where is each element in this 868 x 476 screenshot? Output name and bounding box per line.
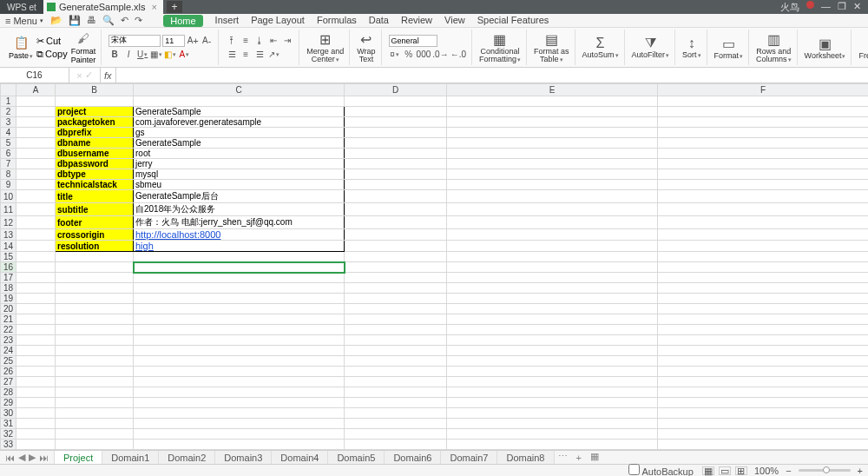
cell[interactable] — [345, 408, 447, 419]
cell[interactable]: GenerateSample后台 — [134, 190, 345, 203]
cell[interactable] — [134, 304, 345, 314]
font-color-button[interactable]: A — [178, 49, 190, 61]
tab-insert[interactable]: Insert — [215, 15, 240, 27]
cell[interactable] — [345, 117, 447, 128]
cell[interactable] — [447, 367, 658, 377]
cell[interactable] — [134, 335, 345, 346]
cell[interactable] — [56, 96, 134, 107]
cell[interactable] — [658, 440, 869, 450]
cell[interactable]: dbpassword — [56, 159, 134, 169]
cell[interactable]: http://localhost:8000 — [134, 229, 345, 241]
cell[interactable] — [16, 367, 56, 377]
cell[interactable] — [56, 314, 134, 325]
row-header[interactable]: 1 — [1, 96, 16, 107]
cell[interactable] — [134, 252, 345, 262]
cell[interactable] — [56, 367, 134, 377]
cell[interactable] — [658, 398, 869, 408]
cell[interactable]: GenerateSample — [134, 107, 345, 117]
cell[interactable]: GenerateSample — [134, 138, 345, 149]
cell[interactable]: footer — [56, 216, 134, 229]
cell[interactable] — [56, 346, 134, 356]
cell[interactable] — [658, 180, 869, 190]
print-preview-icon[interactable]: 🔍 — [101, 15, 116, 25]
row-header[interactable]: 25 — [1, 356, 16, 367]
cell[interactable] — [16, 377, 56, 387]
sheet-nav-last-icon[interactable]: ⏭ — [39, 453, 49, 463]
cell[interactable] — [16, 398, 56, 408]
row-header[interactable]: 4 — [1, 128, 16, 138]
cell[interactable] — [134, 273, 345, 283]
currency-icon[interactable]: ¤ — [389, 49, 401, 61]
cell[interactable] — [447, 398, 658, 408]
main-menu-button[interactable]: ≡ Menu ▾ — [5, 16, 43, 26]
cell[interactable] — [447, 335, 658, 346]
cell[interactable] — [345, 450, 447, 451]
cell[interactable] — [345, 180, 447, 190]
cell[interactable] — [345, 96, 447, 107]
cell[interactable] — [658, 387, 869, 398]
cell[interactable] — [56, 419, 134, 429]
row-header[interactable]: 10 — [1, 190, 16, 203]
cell[interactable] — [345, 356, 447, 367]
zoom-slider[interactable] — [799, 469, 851, 472]
cell[interactable] — [658, 377, 869, 387]
cell[interactable] — [447, 387, 658, 398]
sheet-tab[interactable]: Domain4 — [272, 451, 328, 464]
cell[interactable] — [447, 440, 658, 450]
cell[interactable] — [16, 169, 56, 180]
row-header[interactable]: 21 — [1, 314, 16, 325]
cell[interactable] — [658, 419, 869, 429]
cell[interactable] — [345, 262, 447, 273]
cell[interactable] — [658, 203, 869, 216]
tab-formulas[interactable]: Formulas — [317, 15, 357, 27]
cell[interactable] — [447, 216, 658, 229]
cell[interactable] — [447, 107, 658, 117]
row-header[interactable]: 2 — [1, 107, 16, 117]
tab-special-features[interactable]: Special Features — [477, 15, 549, 27]
page-break-view-icon[interactable]: ⊞ — [735, 466, 747, 475]
col-header-d[interactable]: D — [345, 84, 447, 96]
copy-button[interactable]: ⧉ Copy — [36, 49, 68, 60]
cell[interactable] — [345, 107, 447, 117]
cell[interactable] — [658, 96, 869, 107]
undo-icon[interactable]: ↶ — [119, 15, 130, 25]
cell[interactable] — [345, 325, 447, 335]
rows-columns-button[interactable]: ▥ Rows and Columns — [751, 30, 798, 65]
cell[interactable]: resolution — [56, 241, 134, 252]
wrap-text-button[interactable]: ↩ Wrap Text — [352, 30, 381, 65]
cell[interactable] — [658, 262, 869, 273]
zoom-level[interactable]: 100% — [754, 466, 779, 476]
cell[interactable] — [16, 96, 56, 107]
row-header[interactable]: 34 — [1, 450, 16, 451]
cell[interactable] — [134, 429, 345, 440]
cell[interactable] — [134, 398, 345, 408]
select-all-corner[interactable] — [1, 84, 16, 96]
cell[interactable] — [56, 377, 134, 387]
cell[interactable] — [134, 387, 345, 398]
cell[interactable]: title — [56, 190, 134, 203]
cell[interactable] — [56, 408, 134, 419]
cell[interactable] — [345, 367, 447, 377]
cell[interactable] — [658, 356, 869, 367]
sheet-nav-first-icon[interactable]: ⏮ — [5, 453, 15, 463]
cell[interactable] — [345, 440, 447, 450]
sheet-tab[interactable]: Domain3 — [215, 451, 272, 464]
cell[interactable]: sbmeu — [134, 180, 345, 190]
cell[interactable] — [658, 241, 869, 252]
cell[interactable] — [345, 203, 447, 216]
cell[interactable] — [16, 252, 56, 262]
cell[interactable] — [658, 107, 869, 117]
cell[interactable] — [658, 283, 869, 294]
row-header[interactable]: 15 — [1, 252, 16, 262]
cell[interactable] — [56, 335, 134, 346]
cell[interactable] — [447, 346, 658, 356]
tab-data[interactable]: Data — [369, 15, 389, 27]
row-header[interactable]: 20 — [1, 304, 16, 314]
cell[interactable] — [56, 387, 134, 398]
align-right-icon[interactable]: ☰ — [253, 49, 266, 61]
cell[interactable] — [56, 429, 134, 440]
increase-indent-icon[interactable]: ⇥ — [281, 35, 293, 47]
cell[interactable] — [16, 387, 56, 398]
cell[interactable] — [56, 304, 134, 314]
cell[interactable] — [345, 169, 447, 180]
